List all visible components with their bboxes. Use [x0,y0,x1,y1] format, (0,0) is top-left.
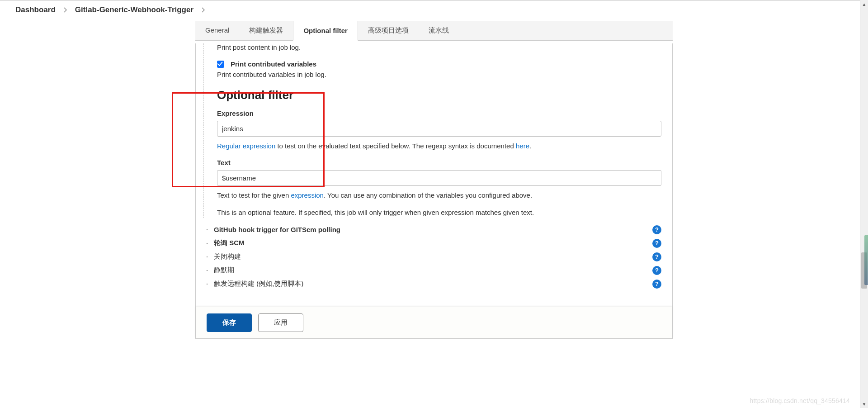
regexp-doc-here-link[interactable]: here [516,142,529,150]
expression-hint: Regular expression to test on the evalua… [217,141,661,152]
quiet-period-label: 静默期 [214,266,234,275]
help-icon[interactable]: ? [652,239,661,248]
github-hook-trigger-label: GitHub hook trigger for GITScm polling [214,226,340,233]
watermark-text: https://blog.csdn.net/qq_34556414 [750,397,850,404]
checkbox-trigger-remote-build[interactable] [207,284,208,285]
checkbox-poll-scm[interactable] [207,243,208,244]
breadcrumb-job[interactable]: Gitlab-Generic-Webhook-Trigger [75,5,193,14]
scrollbar-track[interactable] [860,8,868,400]
optional-filter-note: This is an optional feature. If specifie… [217,208,661,218]
save-apply-bar: 保存 应用 [196,307,672,338]
help-icon[interactable]: ? [652,225,661,234]
save-button[interactable]: 保存 [207,313,252,332]
help-icon[interactable]: ? [652,280,661,289]
checkbox-disable-build[interactable] [207,256,208,257]
tab-build-triggers[interactable]: 构建触发器 [239,21,293,40]
tab-pipeline[interactable]: 流水线 [419,21,459,40]
poll-scm-label: 轮询 SCM [214,239,245,247]
chevron-right-icon [64,7,67,13]
expression-link[interactable]: expression [291,191,324,199]
text-label: Text [217,159,661,166]
browser-side-widget[interactable] [864,235,868,285]
regular-expression-link[interactable]: Regular expression [217,142,275,150]
help-icon[interactable]: ? [652,266,661,275]
scroll-up-arrow-icon[interactable]: ▲ [860,0,868,8]
apply-button[interactable]: 应用 [258,313,303,332]
config-tabs: General 构建触发器 Optional filter 高级项目选项 流水线 [195,21,673,41]
chevron-right-icon [202,7,205,13]
checkbox-quiet-period[interactable] [207,270,208,271]
expression-input[interactable] [217,121,661,137]
breadcrumb: Dashboard Gitlab-Generic-Webhook-Trigger [0,1,868,21]
print-post-content-desc: Print post content in job log. [217,43,661,51]
checkbox-print-contributed-variables[interactable] [217,61,224,68]
optional-filter-heading: Optional filter [217,88,661,102]
print-contributed-variables-desc: Print contributed variables in job log. [217,71,661,78]
trigger-remote-build-label: 触发远程构建 (例如,使用脚本) [214,280,303,288]
vertical-scrollbar[interactable]: ▲ ▼ [860,0,868,408]
print-contributed-variables-label: Print contributed variables [231,60,316,68]
help-icon[interactable]: ? [652,252,661,261]
disable-build-label: 关闭构建 [214,252,241,261]
scroll-down-arrow-icon[interactable]: ▼ [860,400,868,408]
text-input[interactable] [217,170,661,186]
tab-advanced-project-options[interactable]: 高级项目选项 [358,21,419,40]
breadcrumb-dashboard[interactable]: Dashboard [15,5,56,14]
tab-general[interactable]: General [195,21,239,40]
text-hint: Text to test for the given expression. Y… [217,190,661,201]
tab-optional-filter[interactable]: Optional filter [293,21,358,41]
expression-label: Expression [217,109,661,117]
checkbox-github-hook-trigger[interactable] [207,229,208,230]
